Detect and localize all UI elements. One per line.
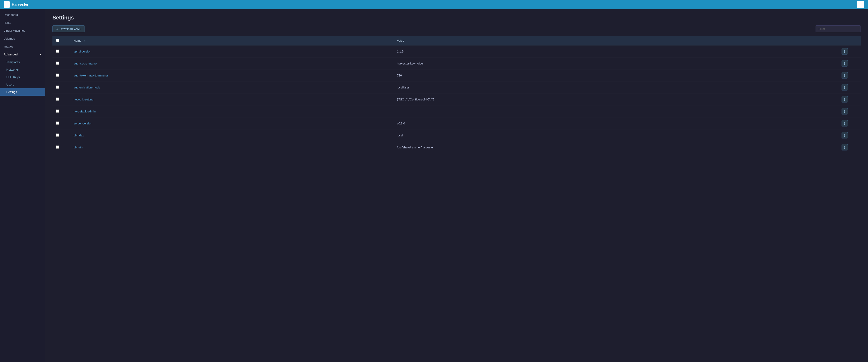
sidebar-item-images[interactable]: Images (0, 43, 45, 51)
row-checkbox-ui-path[interactable] (56, 145, 59, 149)
row-action-button-authentication-mode[interactable]: ⋮ (842, 84, 848, 90)
sidebar-label-advanced: Advanced (4, 53, 18, 56)
sidebar-item-hosts[interactable]: Hosts (0, 19, 45, 27)
row-checkbox-network-setting[interactable] (56, 98, 59, 101)
row-checkbox-cell (53, 57, 70, 69)
settings-table: Name ⬇ Value api-ui-version 1.1.9 ⋮ (53, 36, 861, 154)
sidebar-label-networks: Networks (6, 68, 19, 71)
sidebar-item-users[interactable]: Users (0, 81, 45, 88)
table-header-row: Name ⬇ Value (53, 36, 861, 46)
row-name-cell: ui-index (70, 130, 393, 141)
row-action-button-ui-index[interactable]: ⋮ (842, 132, 848, 138)
sidebar-item-settings[interactable]: Settings (0, 88, 45, 96)
table-body: api-ui-version 1.1.9 ⋮ auth-secret-name … (53, 46, 861, 154)
download-yaml-button[interactable]: ⬇ Download YAML (53, 25, 85, 32)
setting-name-link-auth-secret-name[interactable]: auth-secret-name (74, 62, 97, 65)
row-action-cell: ⋮ (838, 141, 861, 154)
row-action-cell: ⋮ (838, 93, 861, 106)
sidebar-label-users: Users (6, 83, 14, 86)
header-left: Harvester (4, 1, 29, 8)
row-name-cell: authentication-mode (70, 81, 393, 93)
row-checkbox-cell (53, 46, 70, 57)
table-row: ui-index local ⋮ (53, 130, 861, 141)
sidebar: Dashboard Hosts Virtual Machines Volumes… (0, 9, 45, 362)
setting-name-link-auth-token-max-ttl-minutes[interactable]: auth-token-max-ttl-minutes (74, 74, 109, 77)
row-action-button-auth-token-max-ttl-minutes[interactable]: ⋮ (842, 72, 848, 79)
table-row: auth-token-max-ttl-minutes 720 ⋮ (53, 69, 861, 81)
table-row: network-setting {"NIC":"","ConfiguredNIC… (53, 93, 861, 106)
row-value-cell (393, 106, 838, 117)
row-action-button-ui-path[interactable]: ⋮ (842, 144, 848, 150)
setting-name-link-authentication-mode[interactable]: authentication-mode (74, 86, 100, 89)
sidebar-item-virtual-machines[interactable]: Virtual Machines (0, 27, 45, 35)
table-header: Name ⬇ Value (53, 36, 861, 46)
sidebar-item-dashboard[interactable]: Dashboard (0, 11, 45, 19)
row-value-cell: 720 (393, 69, 838, 81)
setting-name-link-network-setting[interactable]: network-setting (74, 98, 94, 101)
page-title: Settings (53, 15, 861, 21)
setting-name-link-ui-index[interactable]: ui-index (74, 134, 84, 137)
row-checkbox-no-default-admin[interactable] (56, 110, 59, 113)
sidebar-label-ssh-keys: SSH Keys (6, 75, 20, 79)
svg-rect-0 (5, 3, 6, 4)
toolbar: ⬇ Download YAML (53, 25, 861, 32)
row-action-cell: ⋮ (838, 69, 861, 81)
row-action-cell: ⋮ (838, 106, 861, 117)
table-row: authentication-mode localUser ⋮ (53, 81, 861, 93)
row-name-cell: network-setting (70, 93, 393, 106)
row-value-cell: localUser (393, 81, 838, 93)
row-name-cell: auth-secret-name (70, 57, 393, 69)
sidebar-item-ssh-keys[interactable]: SSH Keys (0, 73, 45, 81)
setting-name-link-ui-path[interactable]: ui-path (74, 146, 83, 149)
row-checkbox-cell (53, 141, 70, 154)
row-value-cell: v0.1.0 (393, 117, 838, 130)
name-column-header[interactable]: Name ⬇ (70, 36, 393, 46)
top-header: Harvester (0, 0, 868, 9)
svg-rect-3 (7, 5, 8, 6)
download-icon: ⬇ (56, 27, 58, 31)
header-avatar[interactable] (857, 1, 864, 8)
sidebar-item-volumes[interactable]: Volumes (0, 35, 45, 43)
svg-rect-2 (5, 5, 6, 6)
row-action-button-auth-secret-name[interactable]: ⋮ (842, 60, 848, 66)
row-checkbox-auth-secret-name[interactable] (56, 61, 59, 65)
filter-input[interactable] (815, 25, 861, 32)
select-all-checkbox[interactable] (56, 39, 59, 42)
sidebar-item-networks[interactable]: Networks (0, 66, 45, 73)
row-checkbox-api-ui-version[interactable] (56, 50, 59, 53)
sidebar-section-advanced[interactable]: Advanced ▲ (0, 51, 45, 58)
row-checkbox-cell (53, 81, 70, 93)
row-value-cell: 1.1.9 (393, 46, 838, 57)
sort-icon: ⬇ (83, 39, 85, 42)
table-row: auth-secret-name harvester-key-holder ⋮ (53, 57, 861, 69)
row-action-cell: ⋮ (838, 117, 861, 130)
sidebar-item-templates[interactable]: Templates (0, 58, 45, 66)
row-action-cell: ⋮ (838, 57, 861, 69)
row-action-cell: ⋮ (838, 46, 861, 57)
row-checkbox-ui-index[interactable] (56, 134, 59, 137)
row-action-button-server-version[interactable]: ⋮ (842, 120, 848, 127)
setting-name-link-api-ui-version[interactable]: api-ui-version (74, 50, 91, 53)
row-checkbox-auth-token-max-ttl-minutes[interactable] (56, 74, 59, 77)
sidebar-label-images: Images (4, 45, 13, 48)
row-name-cell: no-default-admin (70, 106, 393, 117)
table-row: api-ui-version 1.1.9 ⋮ (53, 46, 861, 57)
row-value-cell: /usr/share/rancher/harvester (393, 141, 838, 154)
table-row: ui-path /usr/share/rancher/harvester ⋮ (53, 141, 861, 154)
row-checkbox-authentication-mode[interactable] (56, 85, 59, 89)
row-action-cell: ⋮ (838, 130, 861, 141)
row-action-button-api-ui-version[interactable]: ⋮ (842, 48, 848, 55)
row-value-cell: {"NIC":"","ConfiguredNIC":""} (393, 93, 838, 106)
row-action-button-network-setting[interactable]: ⋮ (842, 96, 848, 103)
select-all-header (53, 36, 70, 46)
setting-name-link-no-default-admin[interactable]: no-default-admin (74, 110, 96, 113)
setting-name-link-server-version[interactable]: server-version (74, 122, 92, 125)
download-yaml-label: Download YAML (60, 27, 81, 31)
action-column-header (838, 36, 861, 46)
row-action-button-no-default-admin[interactable]: ⋮ (842, 108, 848, 114)
row-checkbox-server-version[interactable] (56, 121, 59, 125)
svg-rect-1 (7, 3, 8, 4)
table-row: no-default-admin ⋮ (53, 106, 861, 117)
sidebar-label-volumes: Volumes (4, 37, 15, 40)
sidebar-label-hosts: Hosts (4, 21, 11, 24)
